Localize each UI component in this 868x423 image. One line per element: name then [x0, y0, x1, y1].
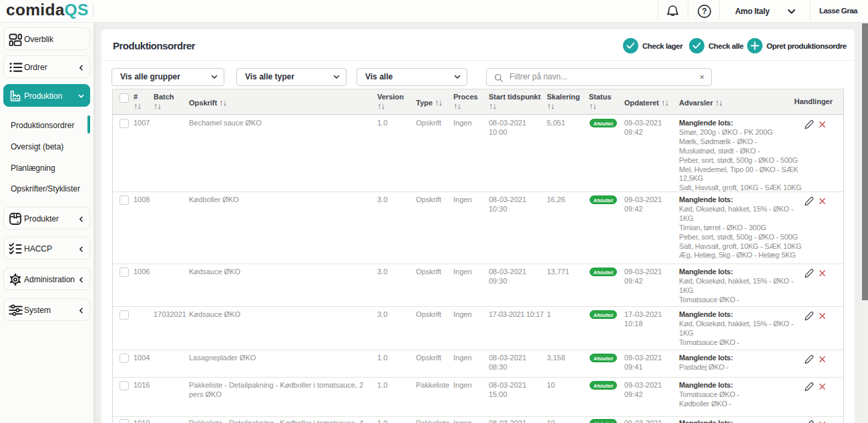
svg-text:?: ? [702, 7, 706, 16]
